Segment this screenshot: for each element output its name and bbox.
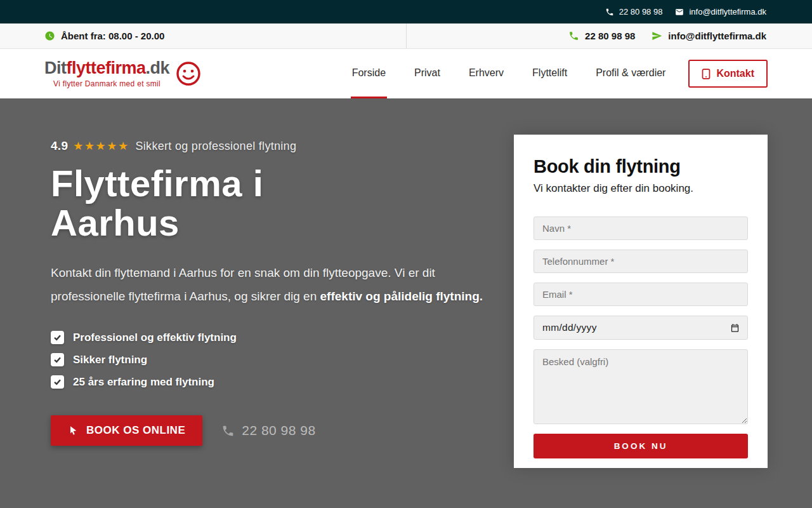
top-contact-bar: 22 80 98 98 info@ditflyttefirma.dk (0, 0, 812, 23)
name-input[interactable] (534, 217, 748, 240)
phone-icon (605, 8, 614, 17)
checklist-item-label: 25 års erfaring med flytning (73, 376, 214, 389)
checklist-item-label: Sikker flytning (73, 354, 147, 366)
hero-content: 4.9 ★★★★★ Sikkert og professionel flytni… (51, 139, 501, 446)
checkbox-checked-icon (51, 331, 64, 344)
info-bar: Åbent fra: 08.00 - 20.00 22 80 98 98 inf… (0, 23, 812, 49)
infobar-email-link[interactable]: info@ditflyttefirma.dk (652, 30, 766, 41)
kontakt-button[interactable]: Kontakt (688, 60, 768, 88)
logo-text: Ditflyttefirma.dk Vi flytter Danmark med… (44, 60, 169, 88)
booking-form-subtitle: Vi kontakter dig efter din booking. (534, 182, 748, 195)
booking-form-title: Book din flytning (534, 156, 748, 177)
email-input[interactable] (534, 283, 748, 306)
topbar-email-link[interactable]: info@ditflyttefirma.dk (675, 7, 766, 17)
date-value: mm/dd/yyyy (542, 322, 597, 333)
kontakt-button-label: Kontakt (716, 68, 754, 79)
paper-plane-icon (652, 30, 662, 41)
calendar-icon (730, 323, 740, 333)
main-nav: Forside Privat Erhverv Flyttelift Profil… (351, 50, 667, 98)
phone-icon (221, 424, 235, 438)
cursor-pointer-icon (68, 425, 78, 436)
checklist-item: 25 års erfaring med flytning (51, 375, 501, 389)
book-online-button[interactable]: BOOK OS ONLINE (51, 415, 202, 446)
nav-item-privat[interactable]: Privat (413, 50, 442, 98)
nav-item-erhverv[interactable]: Erhverv (468, 50, 505, 98)
hero-title: Flyttefirma i Aarhus (51, 164, 368, 243)
topbar-phone-link[interactable]: 22 80 98 98 (605, 7, 663, 17)
hero-phone-number: 22 80 98 98 (242, 423, 315, 438)
logo-part-dit: Dit (44, 58, 67, 77)
opening-hours: Åbent fra: 08.00 - 20.00 (0, 23, 406, 48)
nav-item-profil-vaerdier[interactable]: Profil & værdier (594, 50, 667, 98)
infobar-email-address: info@ditflyttefirma.dk (668, 30, 766, 41)
phone-icon (568, 30, 579, 41)
booking-form-card: Book din flytning Vi kontakter dig efter… (514, 135, 768, 468)
smiley-icon (176, 61, 201, 86)
nav-item-forside[interactable]: Forside (351, 50, 387, 98)
message-textarea[interactable] (534, 349, 748, 424)
rating-score: 4.9 (51, 139, 68, 153)
checkbox-checked-icon (51, 375, 64, 389)
hero-checklist: Professionel og effektiv flytning Sikker… (51, 331, 501, 389)
logo-part-dk: .dk (146, 58, 170, 77)
infobar-phone-link[interactable]: 22 80 98 98 (568, 30, 635, 41)
book-nu-button[interactable]: BOOK NU (534, 434, 748, 458)
smartphone-icon (702, 69, 710, 79)
logo-tagline: Vi flytter Danmark med et smil (53, 79, 160, 88)
checklist-item: Sikker flytning (51, 353, 501, 366)
rating-line: 4.9 ★★★★★ Sikkert og professionel flytni… (51, 139, 501, 153)
topbar-email-address: info@ditflyttefirma.dk (689, 7, 766, 17)
site-header: Ditflyttefirma.dk Vi flytter Danmark med… (0, 49, 812, 98)
hero-phone-link[interactable]: 22 80 98 98 (221, 423, 315, 438)
booking-form: mm/dd/yyyy BOOK NU (534, 217, 748, 458)
topbar-phone-number: 22 80 98 98 (619, 7, 663, 17)
logo-wordmark: Ditflyttefirma.dk (44, 60, 169, 77)
opening-hours-text: Åbent fra: 08.00 - 20.00 (61, 30, 164, 41)
site-logo[interactable]: Ditflyttefirma.dk Vi flytter Danmark med… (44, 60, 201, 88)
cta-row: BOOK OS ONLINE 22 80 98 98 (51, 415, 501, 446)
checkbox-checked-icon (51, 353, 64, 366)
rating-stars: ★★★★★ (73, 139, 129, 153)
checklist-item: Professionel og effektiv flytning (51, 331, 501, 344)
date-input[interactable]: mm/dd/yyyy (534, 316, 748, 340)
envelope-icon (675, 8, 684, 17)
hero-section: 4.9 ★★★★★ Sikkert og professionel flytni… (0, 98, 812, 508)
book-online-button-label: BOOK OS ONLINE (86, 424, 185, 437)
checklist-item-label: Professionel og effektiv flytning (73, 331, 237, 344)
hero-paragraph: Kontakt din flyttemand i Aarhus for en s… (51, 262, 495, 308)
infobar-phone-number: 22 80 98 98 (585, 30, 635, 41)
infobar-contact: 22 80 98 98 info@ditflyttefirma.dk (406, 23, 812, 48)
rating-text: Sikkert og professionel flytning (136, 140, 297, 153)
hero-paragraph-bold: effektiv og pålidelig flytning. (320, 290, 483, 303)
nav-item-flyttelift[interactable]: Flyttelift (531, 50, 568, 98)
phone-input[interactable] (534, 250, 748, 273)
clock-icon (44, 30, 55, 41)
logo-part-flyttefirma: flyttefirma (67, 58, 146, 77)
